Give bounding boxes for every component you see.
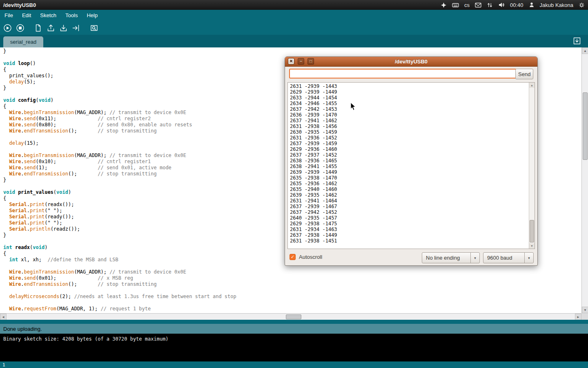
code-line: Wire.send(0x80); // send 0x80, enable au… — [3, 122, 236, 128]
serial-input[interactable] — [289, 69, 517, 79]
build-console: Binary sketch size: 4208 bytes (of a 307… — [0, 334, 588, 361]
code-line — [3, 54, 236, 61]
baud-rate-select[interactable]: 9600 baud ▾ — [483, 252, 534, 263]
menu-item-edit[interactable]: Edit — [18, 12, 36, 18]
upload-button[interactable] — [71, 22, 81, 33]
code-line: Wire.beginTransmission(MAG_ADDR); // tra… — [3, 269, 236, 275]
code-line: Wire.endTransmission(); // stop transmit… — [3, 281, 236, 287]
serial-monitor-titlebar[interactable]: ✕ – □ /dev/ttyUSB0 — [285, 57, 537, 67]
code-line: int xl, xh; //define the MSB and LSB — [3, 257, 236, 263]
scroll-down-arrow[interactable]: ▼ — [582, 307, 588, 313]
serial-scroll-down-arrow[interactable]: ▼ — [529, 243, 535, 249]
serial-scroll-up-arrow[interactable]: ▲ — [529, 83, 535, 88]
serial-scrollbar[interactable]: ▲ ▼ — [529, 83, 535, 249]
code-text: } void loop(){ print_values(); delay(5);… — [3, 48, 236, 312]
code-line: delayMicroseconds(2); //needs at least 1… — [3, 294, 236, 300]
code-line: Serial.print(readx()); — [3, 202, 236, 208]
sparkle-indicator-icon[interactable] — [441, 2, 447, 8]
code-line: print_values(); — [3, 73, 236, 79]
baud-rate-value: 9600 baud — [483, 255, 524, 261]
code-line: { — [3, 195, 236, 202]
code-line — [3, 91, 236, 97]
serial-monitor-button[interactable] — [89, 22, 99, 33]
menubar: FileEditSketchToolsHelp — [0, 10, 588, 21]
open-sketch-button[interactable] — [45, 22, 56, 33]
chevron-down-icon[interactable]: ▾ — [470, 253, 479, 263]
menu-item-file[interactable]: File — [0, 12, 18, 18]
code-line: } — [3, 232, 236, 238]
code-line — [3, 146, 236, 153]
console-output: Binary sketch size: 4208 bytes (of a 307… — [3, 336, 585, 342]
serial-monitor-title: /dev/ttyUSB0 — [395, 58, 428, 65]
menu-item-tools[interactable]: Tools — [61, 12, 82, 18]
verify-button[interactable] — [2, 22, 13, 33]
keyboard-layout-icon[interactable] — [452, 2, 459, 8]
vertical-scroll-thumb[interactable] — [583, 92, 588, 160]
user-name[interactable]: Jakub Kakona — [540, 2, 573, 8]
line-ending-select[interactable]: No line ending ▾ — [422, 252, 480, 263]
code-line: Wire.endTransmission(); // stop transmit… — [3, 171, 236, 177]
code-line: Wire.requestFrom(MAG_ADDR, 1); // reques… — [3, 306, 236, 312]
send-button[interactable]: Send — [515, 69, 533, 79]
code-line: } — [3, 85, 236, 91]
serial-monitor-window: ✕ – □ /dev/ttyUSB0 Send 2631 -2939 -1443… — [285, 56, 538, 266]
serial-output-text: 2631 -2939 -1443 2629 -2939 -1449 2633 -… — [290, 83, 337, 244]
autoscroll-control: ✓ Autoscroll — [290, 254, 322, 260]
new-sketch-button[interactable] — [33, 22, 43, 33]
tab-menu-icon[interactable] — [573, 37, 581, 45]
code-line: void loop() — [3, 61, 236, 67]
autoscroll-checkbox[interactable]: ✓ — [290, 254, 296, 260]
code-line: } — [3, 48, 236, 54]
close-icon[interactable]: ✕ — [288, 58, 294, 65]
network-updown-icon[interactable] — [487, 2, 493, 8]
keyboard-layout-label[interactable]: cs — [464, 2, 470, 8]
save-sketch-button[interactable] — [58, 22, 69, 33]
code-line: Wire.beginTransmission(MAG_ADDR); // tra… — [3, 153, 236, 159]
window-buttons: ✕ – □ — [288, 58, 314, 65]
scroll-left-arrow[interactable]: ◄ — [0, 314, 7, 320]
horizontal-scroll-thumb[interactable] — [286, 314, 301, 319]
code-line: Wire.send(0x01); // x MSB reg — [3, 275, 236, 281]
scrollbar-corner — [581, 313, 588, 320]
editor-horizontal-scrollbar[interactable]: ◄ ► — [0, 313, 581, 320]
scroll-up-arrow[interactable]: ▲ — [582, 47, 588, 54]
maximize-icon[interactable]: □ — [307, 58, 314, 65]
tabbar: serial_read — [0, 35, 588, 47]
code-line: Serial.print(" "); — [3, 208, 236, 214]
menu-item-sketch[interactable]: Sketch — [36, 12, 61, 18]
code-line: { — [3, 251, 236, 257]
user-icon[interactable] — [529, 2, 535, 8]
code-line: Wire.beginTransmission(MAG_ADDR); // tra… — [3, 110, 236, 116]
minimize-icon[interactable]: – — [298, 58, 304, 65]
scroll-right-arrow[interactable]: ► — [575, 314, 581, 320]
arduino-ide-screen: /dev/ttyUSB0 cs 00:40 Jakub Kakona — [0, 0, 588, 368]
mouse-cursor — [350, 102, 356, 112]
line-ending-value: No line ending — [422, 255, 470, 261]
mail-indicator-icon[interactable] — [475, 2, 481, 8]
code-line: { — [3, 67, 236, 73]
code-line: void config(void) — [3, 97, 236, 103]
status-bar: Done uploading. — [0, 324, 588, 334]
code-line — [3, 134, 236, 140]
serial-scroll-thumb[interactable] — [530, 220, 534, 242]
line-number-indicator: 1 — [2, 362, 5, 368]
volume-icon[interactable] — [498, 2, 505, 8]
chevron-down-icon[interactable]: ▾ — [524, 253, 533, 263]
session-gear-icon[interactable] — [579, 2, 585, 8]
code-line — [3, 287, 236, 294]
editor-vertical-scrollbar[interactable]: ▲ ▼ — [581, 47, 588, 313]
code-line: void print_values(void) — [3, 189, 236, 195]
clock[interactable]: 00:40 — [510, 2, 523, 8]
code-line: { — [3, 103, 236, 110]
code-line: Wire.send(0x10); // cntrl register1 — [3, 159, 236, 165]
system-tray: cs 00:40 Jakub Kakona — [441, 2, 585, 8]
code-line — [3, 263, 236, 269]
menu-item-help[interactable]: Help — [82, 12, 102, 18]
code-line: Wire.send(0x11); // cntrl register2 — [3, 116, 236, 122]
frame-strip — [0, 320, 588, 324]
serial-output-area[interactable]: 2631 -2939 -1443 2629 -2939 -1449 2633 -… — [287, 82, 535, 249]
code-line: delay(15); — [3, 140, 236, 146]
toolbar — [0, 21, 588, 35]
tab-serial-read[interactable]: serial_read — [3, 36, 43, 47]
stop-button[interactable] — [15, 22, 25, 33]
